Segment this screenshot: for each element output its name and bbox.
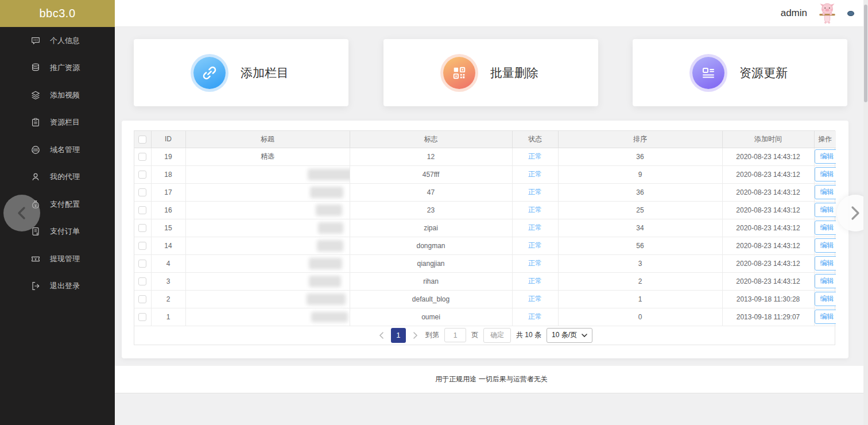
edit-button[interactable]: 编辑 (815, 221, 836, 235)
row-checkbox[interactable] (138, 153, 146, 161)
sidebar-item[interactable]: 退出登录 (0, 273, 115, 300)
sidebar-item-label: 支付订单 (50, 226, 80, 237)
table-row: 3 rihan 正常 2 2020-08-23 14:43:12 编辑 (134, 272, 836, 290)
sidebar-nav: 个人信息 推广资源 添加视频 资源栏目 www (0, 27, 115, 300)
sidebar-collapse-button[interactable] (3, 195, 40, 231)
edit-button[interactable]: 编辑 (815, 167, 836, 181)
row-checkbox[interactable] (138, 188, 146, 196)
sidebar-item[interactable]: www 域名管理 (0, 136, 115, 164)
table-panel: ID 标题 标志 状态 排序 添加时间 操作 19 (122, 121, 848, 358)
cell-title (185, 165, 350, 183)
row-checkbox[interactable] (138, 260, 146, 268)
col-header-time: 添加时间 (722, 131, 814, 148)
cell-id: 4 (151, 254, 185, 272)
cell-id: 16 (151, 201, 185, 219)
next-page-button[interactable] (411, 330, 420, 341)
cell-sort: 1 (558, 290, 722, 308)
cell-sort: 0 (558, 308, 722, 326)
edit-button[interactable]: 编辑 (815, 310, 836, 324)
edit-button[interactable]: 编辑 (815, 185, 836, 199)
cell-id: 18 (151, 165, 185, 183)
edit-button[interactable]: 编辑 (815, 149, 836, 164)
cell-title (185, 254, 350, 272)
cell-id: 19 (151, 148, 185, 165)
user-avatar-pig[interactable] (815, 1, 839, 25)
cell-time: 2020-08-23 14:43:12 (722, 237, 814, 254)
footer-disclaimer: 用于正规用途 一切后果与运营者无关 (115, 366, 868, 393)
sidebar-item[interactable]: 个人信息 (0, 27, 115, 55)
goto-page-input[interactable] (444, 328, 466, 342)
row-checkbox[interactable] (138, 295, 146, 303)
col-header-mark: 标志 (350, 131, 512, 148)
prev-page-button[interactable] (377, 330, 386, 341)
edit-button[interactable]: 编辑 (815, 203, 836, 217)
per-page-value: 10 条/页 (552, 330, 577, 340)
edit-button[interactable]: 编辑 (815, 238, 836, 253)
confirm-button[interactable]: 确定 (483, 328, 511, 343)
row-checkbox[interactable] (138, 171, 146, 179)
cell-time: 2013-09-18 11:30:28 (722, 290, 814, 308)
page-number-button[interactable]: 1 (391, 328, 406, 343)
row-checkbox[interactable] (138, 242, 146, 250)
table-row: 4 qiangjian 正常 3 2020-08-23 14:43:12 编辑 (134, 254, 836, 272)
status-badge: 正常 (528, 259, 542, 267)
cell-title (185, 201, 350, 219)
scrollbar-track[interactable] (863, 0, 868, 425)
action-card[interactable]: 资源更新 (633, 39, 847, 106)
row-checkbox[interactable] (138, 224, 146, 232)
table-row: 18 457fff 正常 9 2020-08-23 14:43:12 编辑 (134, 165, 836, 183)
action-card-label: 添加栏目 (241, 65, 289, 81)
row-checkbox[interactable] (138, 277, 146, 285)
cell-sort: 25 (558, 201, 722, 219)
status-badge: 正常 (528, 295, 542, 303)
goto-label: 到第 (425, 330, 439, 340)
table-row: 14 dongman 正常 56 2020-08-23 14:43:12 编辑 (134, 237, 836, 254)
cell-sort: 3 (558, 254, 722, 272)
cell-id: 14 (151, 237, 185, 254)
col-header-action: 操作 (814, 131, 836, 148)
col-header-title: 标题 (185, 131, 350, 148)
row-checkbox[interactable] (138, 313, 146, 321)
cell-time: 2020-08-23 14:43:12 (722, 183, 814, 201)
cell-mark: 12 (350, 148, 512, 165)
status-badge: 正常 (528, 223, 542, 231)
app-root: bbc3.0 个人信息 推广资源 添加视频 (0, 0, 868, 425)
chevron-right-icon (413, 332, 418, 339)
action-card[interactable]: 添加栏目 (134, 39, 348, 106)
edit-button[interactable]: 编辑 (815, 274, 836, 288)
scrollbar-thumb[interactable] (864, 5, 867, 102)
edit-button[interactable]: 编辑 (815, 292, 836, 306)
col-header-id: ID (151, 131, 185, 148)
sidebar-item[interactable]: 资源栏目 (0, 109, 115, 137)
action-card-icon (692, 57, 724, 89)
sidebar-item-icon (30, 90, 41, 101)
chevron-down-icon (582, 334, 587, 337)
username-label[interactable]: admin (781, 7, 807, 19)
chevron-left-icon (379, 332, 383, 339)
sidebar-item[interactable]: 我的代理 (0, 164, 115, 191)
cell-title (185, 308, 350, 326)
sidebar-item[interactable]: 推广资源 (0, 55, 115, 82)
pagination-bar: 1 到第 页 确定 共 10 条 10 条/页 (134, 326, 835, 345)
cell-mark: default_blog (350, 290, 512, 308)
cell-sort: 56 (558, 237, 722, 254)
cell-title (185, 183, 350, 201)
sidebar-item[interactable]: 添加视频 (0, 82, 115, 109)
topbar: admin (115, 0, 868, 27)
per-page-select[interactable]: 10 条/页 (547, 328, 592, 343)
sidebar-item[interactable]: 提现管理 (0, 245, 115, 273)
sidebar-item-label: 我的代理 (50, 172, 80, 182)
sidebar-item-label: 推广资源 (50, 63, 80, 73)
row-checkbox[interactable] (138, 206, 146, 214)
cell-id: 1 (151, 308, 185, 326)
status-badge: 正常 (528, 277, 542, 285)
edit-button[interactable]: 编辑 (815, 256, 836, 271)
table-row: 15 zipai 正常 34 2020-08-23 14:43:12 编辑 (134, 219, 836, 237)
cell-mark: oumei (350, 308, 512, 326)
action-card[interactable]: 批量删除 (383, 39, 598, 106)
col-header-sort: 排序 (558, 131, 722, 148)
cell-title (185, 237, 350, 254)
status-badge: 正常 (528, 312, 542, 320)
cell-id: 15 (151, 219, 185, 237)
select-all-checkbox[interactable] (138, 136, 146, 144)
